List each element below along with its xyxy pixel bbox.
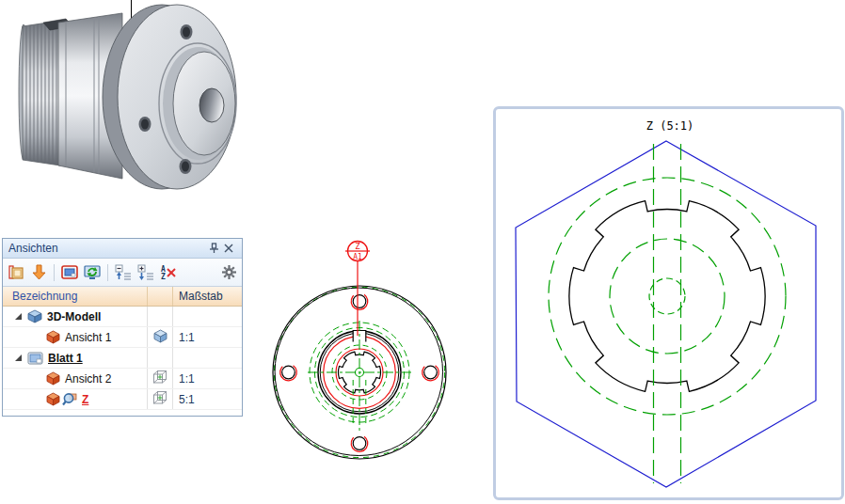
view-icon: [46, 371, 60, 386]
collapse-structure-icon[interactable]: [114, 263, 133, 282]
views-panel-titlebar: Ansichten: [3, 239, 242, 259]
column-header-name[interactable]: Bezeichnung: [3, 287, 147, 306]
detail-boundary-hexagon: [516, 141, 816, 487]
close-icon[interactable]: [221, 242, 236, 255]
new-view-icon[interactable]: [7, 263, 25, 282]
tree-label: Blatt 1: [48, 352, 83, 365]
views-panel: Ansichten: [2, 238, 243, 417]
toolbar-separator: [107, 264, 108, 281]
tree-row-detail-z[interactable]: Z 5:1: [3, 389, 242, 410]
update-views-icon[interactable]: [83, 263, 102, 282]
column-header-icon: [147, 287, 172, 306]
view-icon: [46, 330, 60, 344]
cube-3d-icon: [27, 309, 42, 323]
3d-model-graphic: [4, 0, 248, 207]
callout-letter: Z: [355, 242, 360, 251]
pin-icon[interactable]: [206, 242, 221, 255]
sheet-icon: [27, 352, 43, 365]
scale-value: 5:1: [172, 389, 242, 409]
toolbar-separator: [54, 264, 55, 281]
tree-row-3d-modell[interactable]: 3D-Modell: [3, 307, 242, 327]
callout-reference: A1: [353, 253, 362, 261]
detail-view-title: Z (5:1): [646, 119, 694, 133]
scale-value: 1:1: [172, 369, 242, 388]
detail-view-graphic: Z (5:1): [496, 109, 841, 497]
wire-cube-icon[interactable]: [152, 390, 167, 408]
tree-label: Ansicht 1: [65, 331, 111, 344]
3d-model-view[interactable]: [4, 0, 248, 207]
detail-view[interactable]: Z (5:1): [496, 109, 841, 497]
cancel-sort-icon[interactable]: A Z: [159, 263, 178, 282]
expander-icon[interactable]: [12, 312, 24, 321]
tree-label: 3D-Modell: [47, 310, 101, 323]
scale-value: [172, 348, 242, 368]
settings-gear-icon[interactable]: [219, 263, 238, 282]
views-table-header: Bezeichnung Maßstab: [3, 287, 242, 307]
tree-row-blatt-1[interactable]: Blatt 1: [3, 348, 242, 369]
view-frame-icon[interactable]: [60, 263, 79, 282]
wire-cube-icon[interactable]: [152, 370, 167, 387]
views-toolbar: A Z: [3, 259, 242, 287]
magnifier-icon: [62, 392, 77, 406]
expander-icon[interactable]: [12, 354, 24, 362]
column-header-scale[interactable]: Maßstab: [172, 287, 242, 306]
tree-label: Ansicht 2: [65, 372, 111, 386]
scale-value: [172, 307, 242, 326]
view-icon: [46, 392, 60, 406]
cad-workspace: { "window": { "background": "#ffffff" },…: [0, 0, 845, 504]
expand-structure-icon[interactable]: [136, 263, 155, 282]
views-panel-title: Ansichten: [8, 242, 206, 255]
scale-value: 1:1: [172, 327, 242, 347]
svg-text:Z: Z: [161, 273, 166, 280]
front-view-graphic: Z A1: [266, 233, 464, 470]
tree-row-ansicht-2[interactable]: Ansicht 2 1:1: [3, 369, 242, 389]
move-view-icon[interactable]: [29, 263, 48, 282]
tree-row-ansicht-1[interactable]: Ansicht 1 1:1: [3, 327, 242, 348]
shaded-cube-icon[interactable]: [153, 329, 167, 346]
tree-label: Z: [82, 393, 88, 406]
front-view[interactable]: Z A1: [266, 233, 464, 470]
